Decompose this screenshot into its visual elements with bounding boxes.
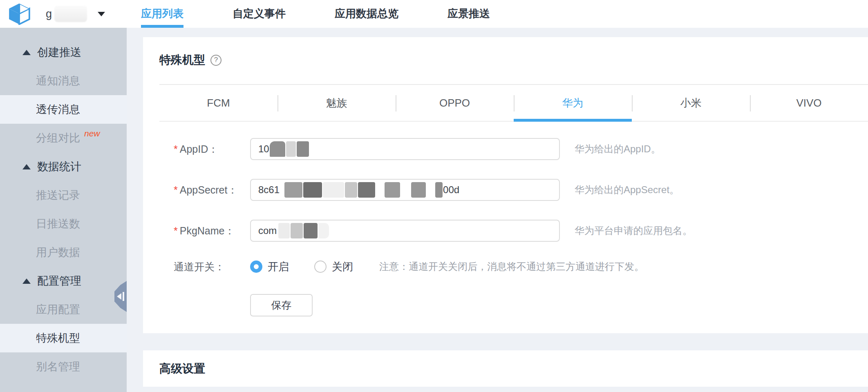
appid-input[interactable]: 10 xyxy=(250,138,560,160)
sidebar-item-push-records[interactable]: 推送记录 xyxy=(0,181,127,209)
advanced-settings-card: 高级设置 xyxy=(143,350,868,387)
nav-tab-custom-events[interactable]: 自定义事件 xyxy=(233,0,286,28)
nav-tab-app-data-overview[interactable]: 应用数据总览 xyxy=(335,0,398,28)
radio-option-off[interactable]: 关闭 xyxy=(314,260,353,274)
sidebar-section-config-management[interactable]: 配置管理 xyxy=(0,267,127,295)
sidebar-section-label: 数据统计 xyxy=(37,159,81,174)
radio-unselected-icon[interactable] xyxy=(314,261,327,273)
redacted-value-blur xyxy=(284,182,302,198)
radio-selected-icon[interactable] xyxy=(250,261,262,273)
redacted-value-blur xyxy=(304,223,318,238)
redacted-value-blur xyxy=(303,182,322,198)
sidebar-section-label: 配置管理 xyxy=(37,274,81,288)
sidebar-section-create-push[interactable]: 创建推送 xyxy=(0,38,127,67)
appsecret-value-visible: 8c61 xyxy=(258,184,280,196)
sidebar-item-label: 透传消息 xyxy=(36,102,80,117)
sidebar-section-label: 创建推送 xyxy=(37,45,81,60)
vendor-tabs: FCM 魅族 OPPO 华为 小米 VIVO xyxy=(159,85,868,122)
appsecret-input[interactable]: 8c61 00d xyxy=(250,179,560,201)
app-selector-dropdown[interactable]: g xyxy=(46,0,105,28)
pkgname-input[interactable]: com xyxy=(250,220,560,242)
new-badge: new xyxy=(84,129,100,138)
sidebar-item-passthrough-message[interactable]: 透传消息 xyxy=(0,95,127,124)
advanced-settings-title: 高级设置 xyxy=(159,361,205,376)
redacted-value-blur xyxy=(411,182,426,198)
nav-tab-app-list[interactable]: 应用列表 xyxy=(141,0,183,28)
pkgname-label: * PkgName： xyxy=(174,224,250,238)
triangle-up-icon xyxy=(22,50,31,55)
redacted-value-blur xyxy=(291,223,303,238)
redacted-value-blur xyxy=(358,182,375,198)
appsecret-label: * AppSecret： xyxy=(174,183,250,197)
sidebar-item-label: 推送记录 xyxy=(36,188,80,203)
redacted-value-blur xyxy=(278,223,290,238)
special-devices-card: 特殊机型 ? FCM 魅族 OPPO 华为 小米 VIVO * AppID： 1… xyxy=(143,37,868,333)
collapse-left-icon-bar xyxy=(123,292,124,301)
appsecret-value-visible-end: 00d xyxy=(443,184,459,196)
tab-oppo[interactable]: OPPO xyxy=(396,85,514,121)
app-logo-cube-icon xyxy=(8,3,30,25)
sidebar-item-user-data[interactable]: 用户数据 xyxy=(0,238,127,267)
redacted-value-blur xyxy=(345,182,357,198)
redacted-value-blur xyxy=(270,141,285,157)
main-content: 特殊机型 ? FCM 魅族 OPPO 华为 小米 VIVO * AppID： 1… xyxy=(143,28,868,387)
sidebar-item-app-config[interactable]: 应用配置 xyxy=(0,295,127,324)
caret-down-icon xyxy=(98,12,105,16)
sidebar-item-daily-push-count[interactable]: 日推送数 xyxy=(0,209,127,238)
sidebar-section-data-statistics[interactable]: 数据统计 xyxy=(0,152,127,181)
top-bar: g 应用列表 自定义事件 应用数据总览 应景推送 xyxy=(0,0,868,28)
redacted-value-blur xyxy=(318,223,329,238)
required-asterisk: * xyxy=(174,143,178,155)
appid-label: * AppID： xyxy=(174,143,250,156)
sidebar-item-group-compare[interactable]: 分组对比 new xyxy=(0,124,127,152)
redacted-value-blur xyxy=(385,182,400,198)
appsecret-hint: 华为给出的AppSecret。 xyxy=(575,183,679,196)
sidebar-item-label: 特殊机型 xyxy=(36,331,80,345)
tab-xiaomi[interactable]: 小米 xyxy=(632,85,750,121)
save-button[interactable]: 保存 xyxy=(250,294,313,316)
required-asterisk: * xyxy=(174,225,178,237)
redacted-value-blur xyxy=(323,182,344,198)
sidebar-item-label: 日推送数 xyxy=(36,216,80,231)
nav-tab-scenario-push[interactable]: 应景推送 xyxy=(447,0,490,28)
sidebar: 创建推送 通知消息 透传消息 分组对比 new 数据统计 推送记录 日推送数 用… xyxy=(0,28,127,392)
sidebar-item-notification-message[interactable]: 通知消息 xyxy=(0,67,127,95)
collapse-left-icon xyxy=(117,293,121,300)
redacted-value-blur xyxy=(297,141,309,157)
sidebar-item-label: 别名管理 xyxy=(36,359,80,374)
redacted-value-blur xyxy=(286,141,296,157)
triangle-up-icon xyxy=(22,278,31,284)
redacted-account-name xyxy=(54,6,87,22)
tab-vivo[interactable]: VIVO xyxy=(750,85,868,121)
top-nav: 应用列表 自定义事件 应用数据总览 应景推送 xyxy=(141,0,539,28)
sidebar-item-label: 通知消息 xyxy=(36,74,80,88)
sidebar-item-label: 用户数据 xyxy=(36,245,80,260)
help-icon[interactable]: ? xyxy=(210,55,221,66)
appid-hint: 华为给出的AppID。 xyxy=(575,143,661,156)
sidebar-item-special-devices[interactable]: 特殊机型 xyxy=(0,324,127,352)
huawei-config-form: * AppID： 10 华为给出的AppID。 * AppSecret： xyxy=(159,138,868,316)
tab-huawei[interactable]: 华为 xyxy=(514,85,632,121)
channel-switch-label: 通道开关： xyxy=(174,260,250,274)
pkgname-value-visible: com xyxy=(258,225,277,236)
account-name: g xyxy=(46,8,52,20)
appid-value-visible: 10 xyxy=(258,143,269,155)
tab-meizu[interactable]: 魅族 xyxy=(277,85,396,121)
required-asterisk: * xyxy=(174,184,178,196)
triangle-up-icon xyxy=(22,164,31,169)
sidebar-item-alias-management[interactable]: 别名管理 xyxy=(0,352,127,381)
sidebar-item-label: 应用配置 xyxy=(36,302,80,317)
redacted-value-blur xyxy=(435,182,443,198)
radio-option-on[interactable]: 开启 xyxy=(250,260,289,274)
page-title: 特殊机型 xyxy=(159,52,205,68)
pkgname-hint: 华为平台申请的应用包名。 xyxy=(575,224,692,237)
sidebar-item-label: 分组对比 xyxy=(36,131,80,145)
channel-switch-row: 通道开关： 开启 关闭 注意：通道开关关闭后，消息将不通过第三方通道进行下发。 xyxy=(174,261,868,273)
channel-switch-note: 注意：通道开关关闭后，消息将不通过第三方通道进行下发。 xyxy=(379,260,644,273)
tab-fcm[interactable]: FCM xyxy=(159,85,277,121)
